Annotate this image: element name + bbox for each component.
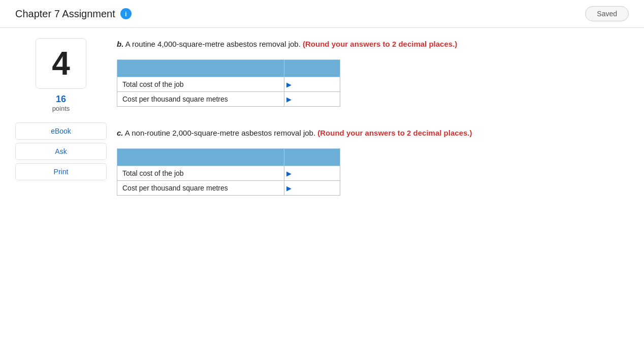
table-b-row1-input-cell: ▶ (284, 77, 340, 92)
question-number-box: 4 (36, 38, 86, 89)
section-c-prefix: c. (117, 129, 123, 137)
arrow-icon-c1: ▶ (284, 170, 294, 177)
input-c-total-cost[interactable] (294, 166, 340, 180)
input-cell-inner: ▶ (284, 92, 340, 106)
table-c-row1-input-cell: ▶ (284, 166, 340, 181)
table-b-row2-label: Cost per thousand square metres (117, 92, 284, 107)
section-b-body: A routine 4,000-square-metre asbestos re… (125, 40, 303, 48)
header-left: Chapter 7 Assignment i (15, 8, 132, 20)
table-c-row2-label: Cost per thousand square metres (117, 181, 284, 196)
table-c-header-row (117, 149, 340, 166)
table-c-row1-label: Total cost of the job (117, 166, 284, 181)
input-b-total-cost[interactable] (294, 77, 340, 91)
input-cell-inner: ▶ (284, 77, 340, 91)
points-section: 16 points (52, 94, 70, 112)
table-b-row1-label: Total cost of the job (117, 77, 284, 92)
section-b: b. A routine 4,000-square-metre asbestos… (117, 38, 629, 107)
section-b-prefix: b. (117, 40, 123, 48)
table-c-header-col1 (117, 149, 284, 166)
ask-button[interactable]: Ask (15, 143, 107, 160)
section-b-table: Total cost of the job ▶ Cost per thousan… (117, 59, 340, 107)
main-layout: 4 16 points eBook Ask Print b. A routine… (0, 28, 644, 226)
points-label: points (52, 105, 70, 112)
section-b-text: b. A routine 4,000-square-metre asbestos… (117, 38, 629, 50)
section-c-table: Total cost of the job ▶ Cost per thousan… (117, 148, 340, 196)
sidebar-buttons: eBook Ask Print (15, 122, 107, 180)
content-area: b. A routine 4,000-square-metre asbestos… (117, 38, 629, 216)
table-b-row2-input-cell: ▶ (284, 92, 340, 107)
table-c-row2-input-cell: ▶ (284, 181, 340, 196)
section-c-round-note: (Round your answers to 2 decimal places.… (317, 129, 472, 137)
input-c-cost-per-thousand[interactable] (294, 181, 340, 195)
input-cell-inner: ▶ (284, 181, 340, 195)
section-c-text: c. A non-routine 2,000-square-metre asbe… (117, 127, 629, 139)
input-cell-inner: ▶ (284, 166, 340, 180)
table-b-header-col2 (284, 60, 340, 77)
arrow-icon-b1: ▶ (284, 81, 294, 88)
question-number: 4 (52, 45, 70, 82)
input-b-cost-per-thousand[interactable] (294, 92, 340, 106)
info-icon[interactable]: i (120, 8, 132, 19)
page-title: Chapter 7 Assignment (15, 8, 115, 20)
section-c: c. A non-routine 2,000-square-metre asbe… (117, 127, 629, 196)
table-c-header-col2 (284, 149, 340, 166)
table-row: Cost per thousand square metres ▶ (117, 92, 340, 107)
table-row: Total cost of the job ▶ (117, 166, 340, 181)
saved-button[interactable]: Saved (585, 6, 629, 21)
arrow-icon-b2: ▶ (284, 96, 294, 103)
section-b-round-note: (Round your answers to 2 decimal places.… (303, 40, 457, 48)
table-b-header-row (117, 60, 340, 77)
ebook-button[interactable]: eBook (15, 122, 107, 140)
sidebar: 4 16 points eBook Ask Print (15, 38, 107, 216)
table-row: Cost per thousand square metres ▶ (117, 181, 340, 196)
table-b-header-col1 (117, 60, 284, 77)
section-c-body: A non-routine 2,000-square-metre asbesto… (125, 129, 317, 137)
arrow-icon-c2: ▶ (284, 184, 294, 192)
page-header: Chapter 7 Assignment i Saved (0, 0, 644, 28)
print-button[interactable]: Print (15, 163, 107, 180)
points-number: 16 (52, 94, 70, 105)
table-row: Total cost of the job ▶ (117, 77, 340, 92)
